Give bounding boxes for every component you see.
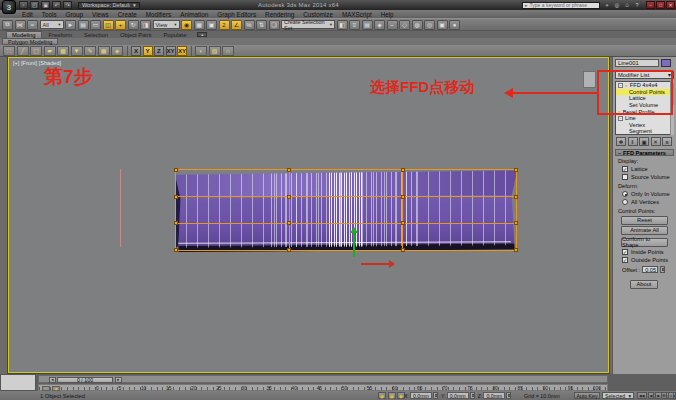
tweak-uvs-icon[interactable]: ◈ [111,46,123,56]
select-and-link-icon[interactable]: ⧉ [2,20,13,30]
material-editor-icon[interactable]: ◍ [412,20,423,30]
axis-constraint-button[interactable]: XY [177,46,187,56]
selection-filter-dropdown[interactable]: All▾ [40,20,64,29]
offset-field[interactable]: 0.05 [642,266,658,273]
menu-item[interactable]: Customize [303,11,333,18]
offset-spinner[interactable] [660,266,665,273]
ffd-control-point[interactable] [287,221,291,225]
subobject-vertex-icon[interactable]: ∷ [3,46,15,56]
snap-toggle-icon[interactable]: 2 [219,20,230,30]
menu-item[interactable]: Help [381,11,394,18]
ribbon-tab[interactable]: Modeling [6,31,42,38]
search-icon[interactable]: ⌖ [603,1,611,9]
falloff-icon[interactable]: ∩ [222,46,234,56]
rect-selection-region-icon[interactable]: ▭ [90,20,101,30]
pan-icon[interactable]: ⌖ [668,392,674,399]
pin-selection-icon[interactable]: ▼ [71,46,83,56]
modifier-stack-row[interactable]: Vertex [616,122,673,129]
only-in-volume-radio[interactable] [622,191,628,197]
show-end-result-icon[interactable]: ‖ [628,137,638,146]
rendered-frame-icon[interactable]: ▣ [437,20,448,30]
subobject-edge-icon[interactable]: ╱ [17,46,29,56]
menu-item[interactable]: Modifiers [146,11,172,18]
ribbon-tab[interactable]: Freeform [44,31,78,38]
keyboard-override-icon[interactable]: ▣ [206,20,217,30]
configure-modifier-sets-icon[interactable]: ≡ [662,137,672,146]
all-vertices-radio[interactable] [622,199,628,205]
open-file-icon[interactable]: ◰ [30,1,39,9]
expander-icon[interactable]: − [618,116,623,121]
time-slider-handle[interactable]: 0 / 100 [57,377,113,383]
modify-mode-icon[interactable]: ✎ [84,46,96,56]
menu-item[interactable]: Edit [22,11,33,18]
ffd-control-point[interactable] [401,195,405,199]
previous-frame-button[interactable]: ◂ [49,377,56,383]
time-slider-track[interactable]: ◂ 0 / 100 ▸ [38,375,608,383]
menu-item[interactable]: MAXScript [342,11,372,18]
favorites-star-icon[interactable]: ✩ [623,1,631,9]
ffd-control-point[interactable] [401,168,405,172]
subobject-element-icon[interactable]: ▩ [57,46,69,56]
use-pivot-center-icon[interactable]: ◉ [181,20,192,30]
ffd-control-point[interactable] [514,168,518,172]
select-and-manipulate-icon[interactable]: ▦ [194,20,205,30]
ffd-control-point[interactable] [287,248,291,252]
help-icon[interactable]: ? [633,1,641,9]
percent-snap-icon[interactable]: % [244,20,255,30]
render-icon[interactable]: ● [449,20,460,30]
preserve-uvs-icon[interactable]: ▦ [98,46,110,56]
application-menu-button[interactable]: 3 [2,0,16,14]
ffd-parameters-rollout-header[interactable]: − FFD Parameters [615,149,674,156]
zoom-icon[interactable]: ⊕ [661,392,667,399]
unlink-selection-icon[interactable]: ⋈ [15,20,26,30]
coordinate-spinner[interactable] [506,392,511,399]
make-unique-icon[interactable]: ▣ [639,137,649,146]
ribbon-tab[interactable]: Populate [158,31,191,38]
auto-key-button[interactable]: Auto Key [574,392,600,399]
subobject-polygon-icon[interactable]: ▰ [44,46,56,56]
subobject-border-icon[interactable]: ▢ [30,46,42,56]
move-gizmo-y-axis[interactable] [353,229,355,257]
select-and-scale-icon[interactable]: ◨ [140,20,151,30]
ribbon-tab[interactable]: Object Paint [115,31,157,38]
modifier-stack-row[interactable]: Segment [616,128,673,135]
menu-item[interactable]: Group [66,11,84,18]
axis-constraint-button[interactable]: X [131,46,141,56]
ffd-control-point[interactable] [174,195,178,199]
track-bar[interactable]: ≡◆ 0510152025303540455055606570758085909… [38,384,608,391]
shaded-faces-icon[interactable]: ▧ [209,46,221,56]
pin-stack-icon[interactable]: ❖ [616,137,626,146]
animate-all-button[interactable]: Animate All [621,226,668,235]
about-button[interactable]: About [630,280,658,289]
move-gizmo-x-axis[interactable] [361,263,393,265]
next-frame-button[interactable]: ▸ [115,377,122,383]
lattice-checkbox[interactable]: ✓ [622,166,628,172]
coordinate-spinner[interactable] [470,392,475,399]
close-button[interactable]: ✕ [666,1,675,9]
selection-lock-icon[interactable]: ▣ [388,392,396,399]
select-by-name-icon[interactable]: ▤ [78,20,89,30]
select-and-rotate-icon[interactable]: ↻ [128,20,139,30]
modifier-stack-row[interactable]: − Line [616,115,673,122]
spinner-snap-icon[interactable]: ⇅ [256,20,267,30]
ffd-control-point[interactable] [174,248,178,252]
schematic-view-icon[interactable]: ◇ [399,20,410,30]
previous-frame-icon[interactable]: ◀ [648,392,655,399]
axis-constraint-button[interactable]: Z [154,46,164,56]
menu-item[interactable]: Graph Editors [217,11,256,18]
create-selection-set-dropdown[interactable]: Create Selection Set▾ [281,20,335,29]
bind-to-spacewarp-icon[interactable]: ≈ [27,20,38,30]
remove-modifier-icon[interactable]: ✕ [651,137,661,146]
outside-points-checkbox[interactable]: ✓ [622,257,628,263]
reference-coordinate-dropdown[interactable]: View▾ [153,20,180,29]
coordinate-spinner[interactable] [433,392,438,399]
select-object-icon[interactable]: ► [65,20,76,30]
angle-snap-icon[interactable]: ∠ [231,20,242,30]
menu-item[interactable]: Create [118,11,137,18]
select-and-move-icon[interactable]: + [115,20,126,30]
layer-manager-icon[interactable]: ▤ [362,20,373,30]
maxscript-mini-listener[interactable] [0,374,36,391]
ffd-control-point[interactable] [514,221,518,225]
render-setup-icon[interactable]: ◎ [424,20,435,30]
source-volume-checkbox[interactable] [622,174,628,180]
